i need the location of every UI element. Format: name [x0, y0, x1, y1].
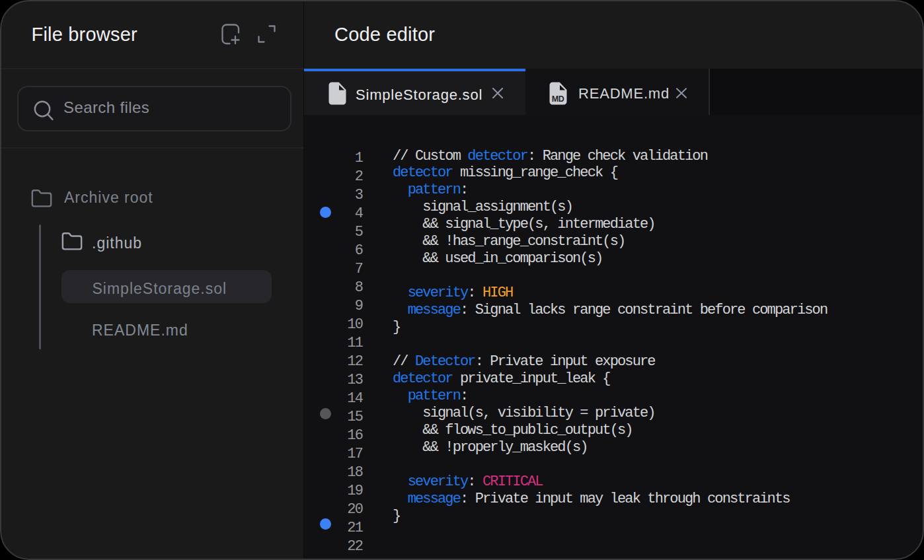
svg-text:MD: MD: [552, 94, 564, 103]
